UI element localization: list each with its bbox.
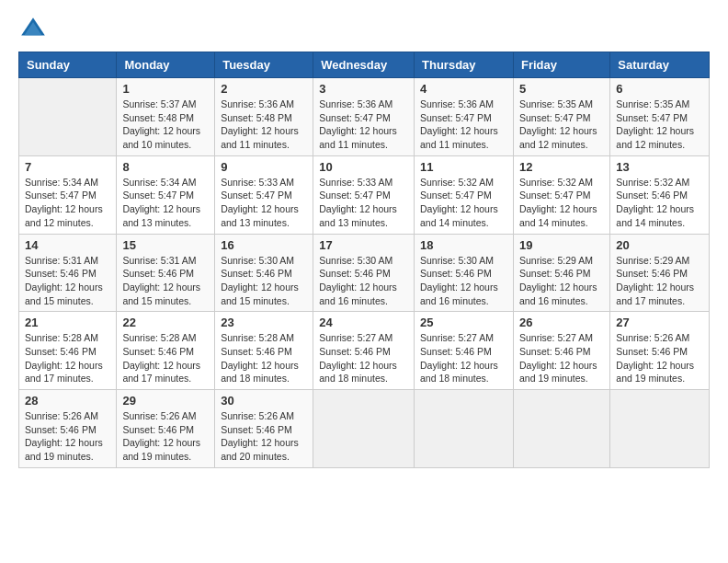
calendar-cell: 18Sunrise: 5:30 AMSunset: 5:46 PMDayligh… xyxy=(415,234,514,312)
day-info: Sunrise: 5:36 AMSunset: 5:48 PMDaylight:… xyxy=(221,98,307,152)
day-number: 13 xyxy=(616,160,703,174)
header-row: SundayMondayTuesdayWednesdayThursdayFrid… xyxy=(19,52,710,78)
calendar-cell: 29Sunrise: 5:26 AMSunset: 5:46 PMDayligh… xyxy=(117,390,215,468)
calendar-cell xyxy=(513,390,609,468)
calendar-cell: 26Sunrise: 5:27 AMSunset: 5:46 PMDayligh… xyxy=(513,312,609,390)
day-info: Sunrise: 5:34 AMSunset: 5:47 PMDaylight:… xyxy=(25,176,110,230)
day-number: 10 xyxy=(319,160,408,174)
calendar-cell: 28Sunrise: 5:26 AMSunset: 5:46 PMDayligh… xyxy=(19,390,117,468)
calendar-cell: 5Sunrise: 5:35 AMSunset: 5:47 PMDaylight… xyxy=(513,78,609,156)
day-info: Sunrise: 5:29 AMSunset: 5:46 PMDaylight:… xyxy=(519,254,604,308)
day-number: 4 xyxy=(420,82,507,96)
day-info: Sunrise: 5:26 AMSunset: 5:46 PMDaylight:… xyxy=(221,409,307,464)
header xyxy=(18,15,710,44)
calendar-cell: 14Sunrise: 5:31 AMSunset: 5:46 PMDayligh… xyxy=(19,234,117,312)
day-info: Sunrise: 5:29 AMSunset: 5:46 PMDaylight:… xyxy=(616,254,703,308)
day-info: Sunrise: 5:31 AMSunset: 5:46 PMDaylight:… xyxy=(122,254,209,308)
day-number: 14 xyxy=(25,238,110,252)
day-info: Sunrise: 5:34 AMSunset: 5:47 PMDaylight:… xyxy=(122,176,209,230)
calendar-cell: 20Sunrise: 5:29 AMSunset: 5:46 PMDayligh… xyxy=(610,234,710,312)
calendar-cell xyxy=(610,390,710,468)
calendar-header: SundayMondayTuesdayWednesdayThursdayFrid… xyxy=(19,52,710,78)
day-info: Sunrise: 5:28 AMSunset: 5:46 PMDaylight:… xyxy=(221,331,307,385)
day-info: Sunrise: 5:30 AMSunset: 5:46 PMDaylight:… xyxy=(319,254,408,308)
calendar-cell: 4Sunrise: 5:36 AMSunset: 5:47 PMDaylight… xyxy=(415,78,514,156)
day-info: Sunrise: 5:35 AMSunset: 5:47 PMDaylight:… xyxy=(519,98,604,152)
day-info: Sunrise: 5:37 AMSunset: 5:48 PMDaylight:… xyxy=(122,98,209,152)
calendar-cell: 2Sunrise: 5:36 AMSunset: 5:48 PMDaylight… xyxy=(215,78,313,156)
calendar-cell: 30Sunrise: 5:26 AMSunset: 5:46 PMDayligh… xyxy=(215,390,313,468)
day-info: Sunrise: 5:26 AMSunset: 5:46 PMDaylight:… xyxy=(122,409,209,464)
calendar-cell: 1Sunrise: 5:37 AMSunset: 5:48 PMDaylight… xyxy=(117,78,215,156)
day-info: Sunrise: 5:26 AMSunset: 5:46 PMDaylight:… xyxy=(25,409,110,464)
day-number: 20 xyxy=(616,238,703,252)
day-number: 25 xyxy=(420,316,507,329)
calendar-week-row: 14Sunrise: 5:31 AMSunset: 5:46 PMDayligh… xyxy=(19,234,710,312)
day-of-week-header: Friday xyxy=(513,52,609,78)
day-info: Sunrise: 5:26 AMSunset: 5:46 PMDaylight:… xyxy=(616,331,703,385)
day-number: 29 xyxy=(122,394,209,408)
day-number: 16 xyxy=(221,238,307,252)
day-of-week-header: Saturday xyxy=(610,52,710,78)
calendar-cell: 9Sunrise: 5:33 AMSunset: 5:47 PMDaylight… xyxy=(215,155,313,234)
calendar-cell: 13Sunrise: 5:32 AMSunset: 5:46 PMDayligh… xyxy=(610,155,710,234)
calendar-cell: 23Sunrise: 5:28 AMSunset: 5:46 PMDayligh… xyxy=(215,312,313,390)
day-number: 15 xyxy=(122,238,209,252)
calendar-cell: 7Sunrise: 5:34 AMSunset: 5:47 PMDaylight… xyxy=(19,155,117,234)
calendar-cell: 10Sunrise: 5:33 AMSunset: 5:47 PMDayligh… xyxy=(313,155,415,234)
day-number: 9 xyxy=(221,160,307,174)
day-info: Sunrise: 5:36 AMSunset: 5:47 PMDaylight:… xyxy=(319,98,408,152)
calendar-cell: 24Sunrise: 5:27 AMSunset: 5:46 PMDayligh… xyxy=(313,312,415,390)
calendar-cell: 25Sunrise: 5:27 AMSunset: 5:46 PMDayligh… xyxy=(415,312,514,390)
logo-icon xyxy=(18,15,48,44)
day-info: Sunrise: 5:27 AMSunset: 5:46 PMDaylight:… xyxy=(319,331,408,385)
calendar-table: SundayMondayTuesdayWednesdayThursdayFrid… xyxy=(18,52,710,468)
calendar-cell: 11Sunrise: 5:32 AMSunset: 5:47 PMDayligh… xyxy=(415,155,514,234)
day-number: 28 xyxy=(25,394,110,408)
day-info: Sunrise: 5:30 AMSunset: 5:46 PMDaylight:… xyxy=(420,254,507,308)
day-info: Sunrise: 5:31 AMSunset: 5:46 PMDaylight:… xyxy=(25,254,110,308)
day-info: Sunrise: 5:28 AMSunset: 5:46 PMDaylight:… xyxy=(25,331,110,385)
day-number: 3 xyxy=(319,82,408,96)
day-number: 11 xyxy=(420,160,507,174)
day-info: Sunrise: 5:28 AMSunset: 5:46 PMDaylight:… xyxy=(122,331,209,385)
calendar-cell xyxy=(415,390,514,468)
calendar-body: 1Sunrise: 5:37 AMSunset: 5:48 PMDaylight… xyxy=(19,78,710,468)
calendar-week-row: 28Sunrise: 5:26 AMSunset: 5:46 PMDayligh… xyxy=(19,390,710,468)
calendar-cell: 12Sunrise: 5:32 AMSunset: 5:47 PMDayligh… xyxy=(513,155,609,234)
day-number: 2 xyxy=(221,82,307,96)
page: SundayMondayTuesdayWednesdayThursdayFrid… xyxy=(0,0,728,487)
day-number: 23 xyxy=(221,316,307,329)
day-number: 19 xyxy=(519,238,604,252)
day-info: Sunrise: 5:27 AMSunset: 5:46 PMDaylight:… xyxy=(420,331,507,385)
calendar-cell: 15Sunrise: 5:31 AMSunset: 5:46 PMDayligh… xyxy=(117,234,215,312)
calendar-cell: 19Sunrise: 5:29 AMSunset: 5:46 PMDayligh… xyxy=(513,234,609,312)
day-info: Sunrise: 5:33 AMSunset: 5:47 PMDaylight:… xyxy=(221,176,307,230)
day-of-week-header: Sunday xyxy=(19,52,117,78)
day-number: 18 xyxy=(420,238,507,252)
calendar-cell xyxy=(313,390,415,468)
day-info: Sunrise: 5:32 AMSunset: 5:47 PMDaylight:… xyxy=(519,176,604,230)
calendar-week-row: 1Sunrise: 5:37 AMSunset: 5:48 PMDaylight… xyxy=(19,78,710,156)
day-number: 7 xyxy=(25,160,110,174)
day-number: 17 xyxy=(319,238,408,252)
day-number: 22 xyxy=(122,316,209,329)
calendar-week-row: 7Sunrise: 5:34 AMSunset: 5:47 PMDaylight… xyxy=(19,155,710,234)
calendar-cell: 16Sunrise: 5:30 AMSunset: 5:46 PMDayligh… xyxy=(215,234,313,312)
day-number: 21 xyxy=(25,316,110,329)
day-number: 30 xyxy=(221,394,307,408)
calendar-cell xyxy=(19,78,117,156)
day-info: Sunrise: 5:35 AMSunset: 5:47 PMDaylight:… xyxy=(616,98,703,152)
calendar-cell: 3Sunrise: 5:36 AMSunset: 5:47 PMDaylight… xyxy=(313,78,415,156)
day-info: Sunrise: 5:30 AMSunset: 5:46 PMDaylight:… xyxy=(221,254,307,308)
day-of-week-header: Monday xyxy=(117,52,215,78)
day-number: 27 xyxy=(616,316,703,329)
calendar-cell: 17Sunrise: 5:30 AMSunset: 5:46 PMDayligh… xyxy=(313,234,415,312)
day-info: Sunrise: 5:33 AMSunset: 5:47 PMDaylight:… xyxy=(319,176,408,230)
day-number: 5 xyxy=(519,82,604,96)
day-number: 6 xyxy=(616,82,703,96)
day-info: Sunrise: 5:32 AMSunset: 5:46 PMDaylight:… xyxy=(616,176,703,230)
calendar-cell: 6Sunrise: 5:35 AMSunset: 5:47 PMDaylight… xyxy=(610,78,710,156)
day-number: 24 xyxy=(319,316,408,329)
logo xyxy=(18,15,51,44)
